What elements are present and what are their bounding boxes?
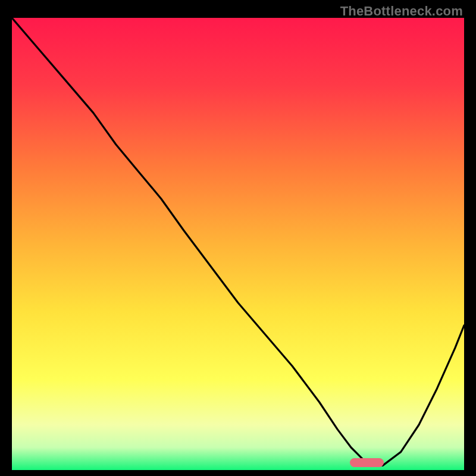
chart-frame — [12, 18, 464, 470]
chart-svg — [12, 18, 464, 470]
watermark-text: TheBottleneck.com — [340, 4, 463, 19]
gradient-rect — [12, 18, 464, 470]
highlight-marker — [350, 458, 384, 467]
